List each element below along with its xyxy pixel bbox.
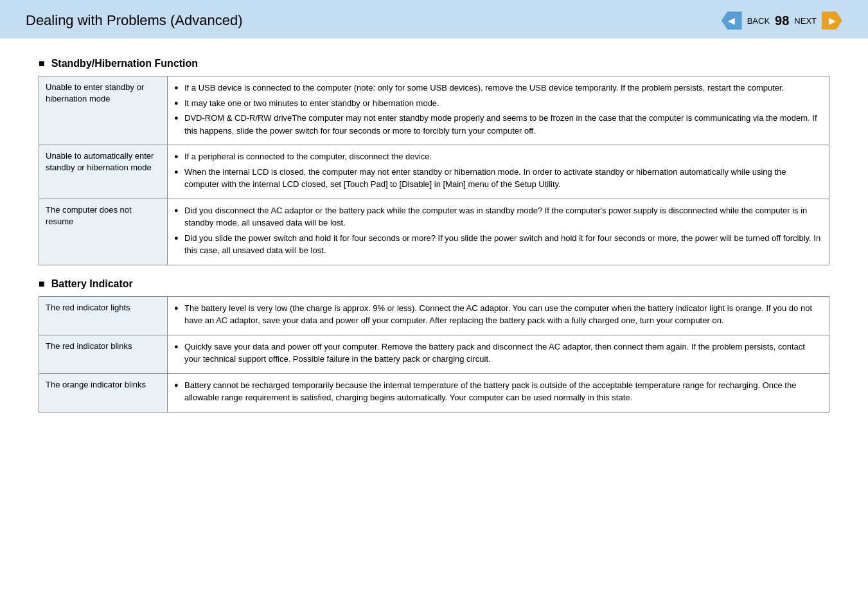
solution-cell: Battery cannot be recharged temporarily …: [168, 373, 829, 412]
page-header: Dealing with Problems (Advanced) ◀ BACK …: [0, 0, 868, 39]
page-number: 98: [775, 13, 789, 28]
problem-cell: Unable to enter standby or hibernation m…: [39, 76, 168, 145]
list-item: Quickly save your data and power off you…: [174, 341, 822, 366]
next-arrow-icon: ▶: [829, 15, 836, 26]
battery-section: ■ Battery Indicator: [39, 278, 829, 290]
list-item: DVD-ROM & CD-R/RW driveThe computer may …: [174, 112, 822, 137]
content: ■ Standby/Hibernation Function Unable to…: [0, 39, 868, 445]
list-item: When the internal LCD is closed, the com…: [174, 166, 822, 191]
problem-text: Unable to enter standby or hibernation m…: [46, 82, 144, 103]
list-item: Did you slide the power switch and hold …: [174, 232, 822, 257]
table-row: The red indicator blinks Quickly save yo…: [39, 335, 829, 373]
page-title: Dealing with Problems (Advanced): [26, 12, 243, 29]
solution-cell: If a USB device is connected to the comp…: [168, 76, 829, 145]
solution-cell: If a peripheral is connected to the comp…: [168, 145, 829, 199]
standby-table: Unable to enter standby or hibernation m…: [39, 76, 829, 265]
list-item: It may take one or two minutes to enter …: [174, 97, 822, 110]
problem-text: Unable to automatically enter standby or…: [46, 151, 154, 172]
list-item: The battery level is very low (the charg…: [174, 302, 822, 327]
solution-cell: Did you disconnect the AC adaptor or the…: [168, 199, 829, 265]
standby-section: ■ Standby/Hibernation Function: [39, 58, 829, 69]
table-row: The red indicator lights The battery lev…: [39, 296, 829, 335]
battery-section-heading: Battery Indicator: [51, 278, 133, 290]
problem-cell: The orange indicator blinks: [39, 373, 168, 412]
nav-controls: ◀ BACK 98 NEXT ▶: [722, 12, 842, 30]
problem-text: The computer does not resume: [46, 205, 132, 226]
table-row: Unable to enter standby or hibernation m…: [39, 76, 829, 145]
problem-cell: The red indicator lights: [39, 296, 168, 335]
battery-section-icon: ■: [39, 278, 45, 290]
next-label: NEXT: [794, 16, 817, 26]
problem-text: The red indicator lights: [46, 303, 130, 312]
table-row: The computer does not resume Did you dis…: [39, 199, 829, 265]
standby-section-heading: Standby/Hibernation Function: [51, 58, 198, 69]
problem-cell: The computer does not resume: [39, 199, 168, 265]
list-item: Battery cannot be recharged temporarily …: [174, 379, 822, 404]
solution-cell: Quickly save your data and power off you…: [168, 335, 829, 373]
problem-text: The orange indicator blinks: [46, 380, 146, 389]
list-item: If a USB device is connected to the comp…: [174, 82, 822, 94]
table-row: Unable to automatically enter standby or…: [39, 145, 829, 199]
solution-cell: The battery level is very low (the charg…: [168, 296, 829, 335]
table-row: The orange indicator blinks Battery cann…: [39, 373, 829, 412]
list-item: If a peripheral is connected to the comp…: [174, 150, 822, 163]
standby-section-icon: ■: [39, 58, 45, 69]
problem-cell: Unable to automatically enter standby or…: [39, 145, 168, 199]
back-button[interactable]: ◀: [722, 12, 742, 30]
problem-cell: The red indicator blinks: [39, 335, 168, 373]
next-button[interactable]: ▶: [822, 12, 842, 30]
problem-text: The red indicator blinks: [46, 341, 132, 351]
battery-table: The red indicator lights The battery lev…: [39, 296, 829, 413]
back-arrow-icon: ◀: [728, 15, 735, 26]
back-label: BACK: [747, 16, 770, 26]
list-item: Did you disconnect the AC adaptor or the…: [174, 204, 822, 229]
